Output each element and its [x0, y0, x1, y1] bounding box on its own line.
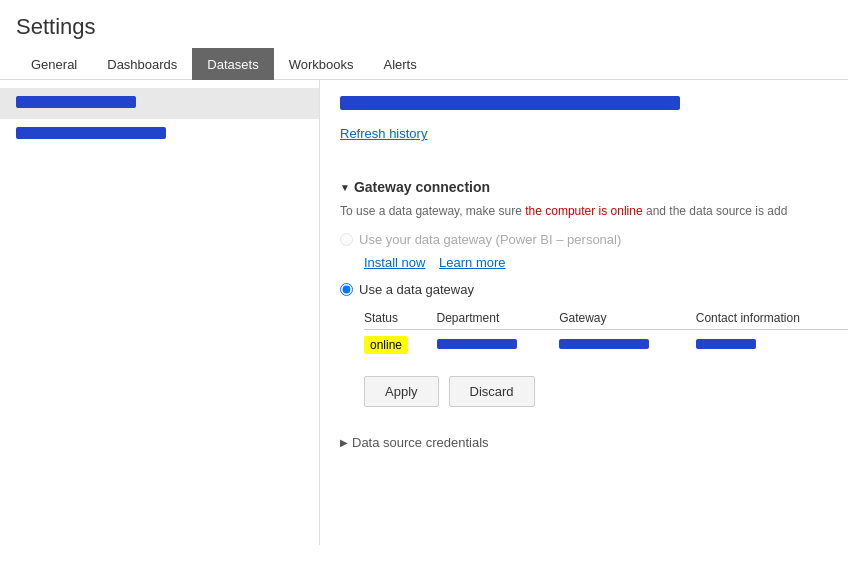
sidebar-item-1-label: [16, 96, 136, 108]
dataset-title-redacted: [340, 96, 680, 110]
desc-text-1: To use a data gateway, make sure: [340, 204, 525, 218]
radio-option-data-gateway[interactable]: Use a data gateway: [340, 282, 828, 297]
cell-contact: [696, 329, 848, 360]
contact-redacted: [696, 339, 756, 349]
tab-dashboards[interactable]: Dashboards: [92, 48, 192, 80]
col-department: Department: [437, 307, 560, 330]
radio-option-personal-gateway[interactable]: Use your data gateway (Power BI – person…: [340, 232, 828, 247]
tab-datasets[interactable]: Datasets: [192, 48, 273, 80]
gateway-section-header: ▼ Gateway connection: [340, 179, 828, 195]
refresh-history-link[interactable]: Refresh history: [340, 126, 427, 141]
sidebar-item-1[interactable]: [0, 88, 319, 119]
cell-gateway: [559, 329, 696, 360]
sidebar-item-2[interactable]: [0, 119, 319, 150]
radio-data-gateway-input[interactable]: [340, 283, 353, 296]
gateway-redacted: [559, 339, 649, 349]
install-learn-links: Install now Learn more: [364, 255, 828, 270]
page-title: Settings: [16, 14, 832, 40]
radio-data-gateway-label: Use a data gateway: [359, 282, 474, 297]
tab-alerts[interactable]: Alerts: [368, 48, 431, 80]
data-source-label: Data source credentials: [352, 435, 489, 450]
radio-personal-gateway-label: Use your data gateway (Power BI – person…: [359, 232, 621, 247]
gateway-table-header-row: Status Department Gateway Contact inform…: [364, 307, 848, 330]
tab-workbooks[interactable]: Workbooks: [274, 48, 369, 80]
collapse-triangle-icon: ▼: [340, 182, 350, 193]
desc-text-2: and the data source is add: [643, 204, 788, 218]
page-header: Settings: [0, 0, 848, 48]
col-gateway: Gateway: [559, 307, 696, 330]
button-row: Apply Discard: [364, 376, 828, 407]
data-source-section: ▶ Data source credentials: [340, 435, 828, 450]
status-badge-online: online: [364, 336, 408, 354]
gateway-section-title: Gateway connection: [354, 179, 490, 195]
main-content: Refresh history ▼ Gateway connection To …: [0, 80, 848, 545]
desc-highlight: the computer is online: [525, 204, 642, 218]
department-redacted: [437, 339, 517, 349]
radio-personal-gateway-input[interactable]: [340, 233, 353, 246]
gateway-table: Status Department Gateway Contact inform…: [364, 307, 848, 360]
tab-general[interactable]: General: [16, 48, 92, 80]
sidebar-item-2-label: [16, 127, 166, 139]
col-contact: Contact information: [696, 307, 848, 330]
col-status: Status: [364, 307, 437, 330]
expand-triangle-icon: ▶: [340, 437, 348, 448]
cell-department: [437, 329, 560, 360]
cell-status: online: [364, 329, 437, 360]
discard-button[interactable]: Discard: [449, 376, 535, 407]
tabs-bar: General Dashboards Datasets Workbooks Al…: [0, 48, 848, 80]
gateway-section: ▼ Gateway connection To use a data gatew…: [340, 179, 828, 407]
gateway-section-desc: To use a data gateway, make sure the com…: [340, 203, 828, 220]
learn-more-link[interactable]: Learn more: [439, 255, 505, 270]
install-now-link[interactable]: Install now: [364, 255, 425, 270]
gateway-table-row: online: [364, 329, 848, 360]
sidebar: [0, 80, 320, 545]
content-panel: Refresh history ▼ Gateway connection To …: [320, 80, 848, 545]
apply-button[interactable]: Apply: [364, 376, 439, 407]
